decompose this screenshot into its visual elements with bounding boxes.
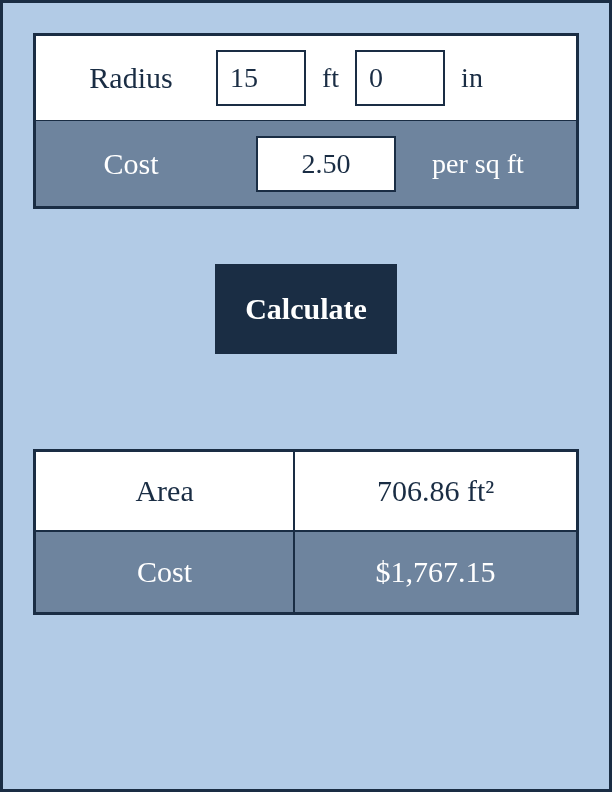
cost-result-label: Cost bbox=[36, 532, 295, 612]
inches-unit-label: in bbox=[461, 62, 483, 94]
area-result-row: Area 706.86 ft² bbox=[36, 452, 576, 532]
area-result-label: Area bbox=[36, 452, 295, 530]
cost-fields: per sq ft bbox=[216, 136, 576, 192]
button-area: Calculate bbox=[33, 264, 579, 354]
cost-label: Cost bbox=[36, 147, 216, 181]
radius-feet-input[interactable] bbox=[216, 50, 306, 106]
cost-result-value: $1,767.15 bbox=[295, 532, 576, 612]
feet-unit-label: ft bbox=[322, 62, 339, 94]
result-table: Area 706.86 ft² Cost $1,767.15 bbox=[33, 449, 579, 615]
cost-input[interactable] bbox=[256, 136, 396, 192]
radius-fields: ft in bbox=[216, 50, 576, 106]
radius-label: Radius bbox=[36, 61, 216, 95]
radius-inches-input[interactable] bbox=[355, 50, 445, 106]
cost-unit-label: per sq ft bbox=[432, 148, 524, 180]
input-table: Radius ft in Cost per sq ft bbox=[33, 33, 579, 209]
radius-row: Radius ft in bbox=[36, 36, 576, 121]
area-result-value: 706.86 ft² bbox=[295, 452, 576, 530]
calculator-panel: Radius ft in Cost per sq ft Calculate Ar… bbox=[0, 0, 612, 792]
calculate-button[interactable]: Calculate bbox=[215, 264, 397, 354]
cost-result-row: Cost $1,767.15 bbox=[36, 532, 576, 612]
cost-row: Cost per sq ft bbox=[36, 121, 576, 206]
